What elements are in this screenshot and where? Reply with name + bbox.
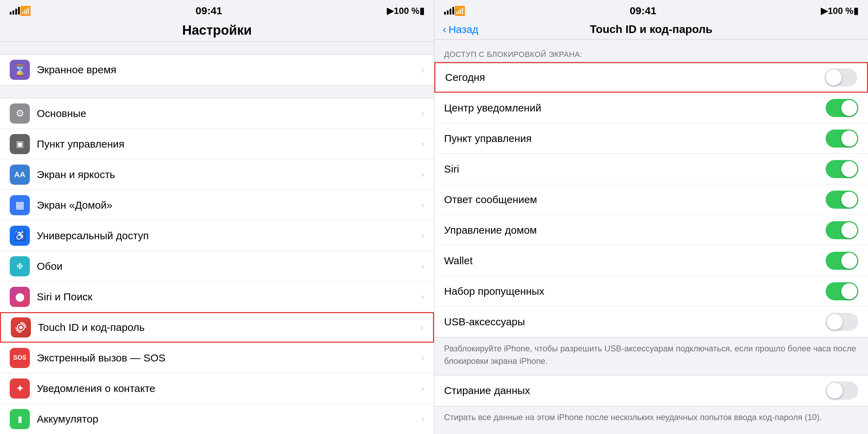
control-center-toggle-thumb	[841, 131, 857, 147]
control-center-label: Пункт управления	[37, 138, 414, 150]
screen-time-icon: ⌛	[10, 60, 30, 80]
erase-toggle[interactable]	[826, 382, 858, 400]
siri-icon: ⬤	[10, 287, 30, 307]
touchid-label: Touch ID и код-пароль	[38, 322, 413, 333]
erase-note: Стирать все данные на этом iPhone после …	[434, 406, 868, 428]
toggle-missed-calls[interactable]: Набор пропущенных	[434, 276, 868, 307]
row-siri[interactable]: ⬤ Siri и Поиск ›	[0, 282, 434, 312]
top-gap	[434, 40, 868, 45]
row-general[interactable]: ⚙ Основные ›	[0, 98, 434, 129]
reply-message-label: Ответ сообщением	[444, 194, 819, 206]
siri-chevron: ›	[421, 291, 424, 302]
row-home-screen[interactable]: ▦ Экран «Домой» ›	[0, 190, 434, 220]
toggle-reply-message[interactable]: Ответ сообщением	[434, 184, 868, 215]
general-icon: ⚙	[10, 103, 30, 124]
control-center-label-r: Пункт управления	[444, 133, 819, 144]
wallet-label: Wallet	[444, 255, 819, 267]
right-battery-icon: ▮	[853, 6, 858, 16]
row-screen-time[interactable]: ⌛ Экранное время ›	[0, 55, 434, 85]
sos-icon: SOS	[10, 348, 30, 368]
today-toggle-thumb	[826, 69, 842, 85]
missed-calls-toggle[interactable]	[826, 282, 858, 300]
contact-notify-icon: ✦	[10, 378, 30, 399]
left-panel: 📶 09:41 ▶ 100 % ▮ Настройки ⌛ Экранное в…	[0, 0, 434, 434]
sos-chevron: ›	[421, 352, 424, 363]
wallet-toggle-thumb	[841, 253, 857, 269]
wallpaper-chevron: ›	[421, 261, 424, 272]
wallet-toggle[interactable]	[826, 252, 858, 270]
display-chevron: ›	[421, 169, 424, 180]
siri-label: Siri и Поиск	[37, 291, 414, 303]
battery-label: Аккумулятор	[37, 413, 414, 425]
row-wallpaper[interactable]: ❉ Обои ›	[0, 251, 434, 282]
toggle-home-control[interactable]: Управление домом	[434, 215, 868, 245]
siri-toggle[interactable]	[826, 160, 858, 178]
right-status-bar: 📶 09:41 ▶ 100 % ▮	[434, 0, 868, 19]
toggle-erase[interactable]: Стирание данных	[434, 375, 868, 406]
toggle-siri[interactable]: Siri	[434, 154, 868, 184]
left-status-bar: 📶 09:41 ▶ 100 % ▮	[0, 0, 434, 19]
usb-label: USB-аксессуары	[444, 316, 819, 328]
touchid-chevron: ›	[420, 322, 423, 333]
right-wifi-icon: 📶	[454, 6, 465, 16]
battery-chevron: ›	[421, 414, 424, 424]
rbar2	[447, 10, 449, 15]
row-contact-notify[interactable]: ✦ Уведомления о контакте ›	[0, 373, 434, 404]
home-screen-label: Экран «Домой»	[37, 199, 414, 211]
gap-erase	[434, 372, 868, 375]
right-nav-title: Touch ID и код-пароль	[590, 23, 712, 36]
notification-center-toggle-thumb	[841, 100, 857, 116]
gap2	[0, 85, 434, 98]
notification-center-toggle[interactable]	[826, 99, 858, 117]
siri-toggle-thumb	[841, 161, 857, 177]
today-toggle[interactable]	[825, 68, 857, 86]
right-nav-bar: ‹ Назад Touch ID и код-пароль	[434, 19, 868, 40]
erase-toggle-thumb	[827, 383, 843, 399]
left-nav-bar: Настройки	[0, 19, 434, 42]
reply-message-toggle[interactable]	[826, 191, 858, 209]
row-display[interactable]: AA Экран и яркость ›	[0, 159, 434, 190]
left-battery-icon: ▮	[419, 6, 424, 16]
missed-calls-toggle-thumb	[841, 283, 857, 299]
left-settings-content: ⌛ Экранное время › ⚙ Основные › ▣ Пункт …	[0, 42, 434, 434]
home-control-toggle-thumb	[841, 222, 857, 238]
lock-screen-group: Сегодня Центр уведомлений Пункт управлен…	[434, 62, 868, 337]
left-signal	[10, 7, 20, 15]
row-control-center[interactable]: ▣ Пункт управления ›	[0, 129, 434, 159]
control-center-icon: ▣	[10, 134, 30, 154]
left-battery-pct: 100 %	[394, 6, 419, 16]
rbar3	[450, 9, 451, 15]
left-wifi-icon: 📶	[20, 6, 31, 16]
usb-toggle[interactable]	[826, 313, 858, 331]
erase-label: Стирание данных	[444, 385, 819, 397]
row-sos[interactable]: SOS Экстренный вызов — SOS ›	[0, 343, 434, 373]
today-label: Сегодня	[445, 72, 818, 83]
general-chevron: ›	[421, 108, 424, 119]
row-battery[interactable]: ▮ Аккумулятор ›	[0, 404, 434, 434]
home-screen-chevron: ›	[421, 200, 424, 210]
toggle-today[interactable]: Сегодня	[434, 62, 868, 93]
toggle-wallet[interactable]: Wallet	[434, 245, 868, 276]
general-label: Основные	[37, 108, 414, 119]
accessibility-chevron: ›	[421, 230, 424, 241]
toggle-usb[interactable]: USB-аксессуары	[434, 307, 868, 337]
touchid-icon	[11, 317, 31, 337]
right-time: 09:41	[465, 5, 821, 17]
toggle-notification-center[interactable]: Центр уведомлений	[434, 93, 868, 123]
bar2	[12, 10, 14, 15]
row-touchid[interactable]: Touch ID и код-пароль ›	[0, 312, 434, 343]
missed-calls-label: Набор пропущенных	[444, 285, 819, 297]
control-center-toggle[interactable]	[826, 130, 858, 148]
svg-point-1	[19, 326, 23, 329]
reply-message-toggle-thumb	[841, 192, 857, 208]
home-control-toggle[interactable]	[826, 221, 858, 239]
screen-time-label: Экранное время	[37, 64, 414, 76]
section-screentime: ⌛ Экранное время ›	[0, 54, 434, 85]
toggle-control-center[interactable]: Пункт управления	[434, 123, 868, 154]
back-button[interactable]: ‹ Назад	[443, 23, 478, 36]
contact-notify-chevron: ›	[421, 383, 424, 394]
siri-label-r: Siri	[444, 163, 819, 175]
home-control-label: Управление домом	[444, 224, 819, 236]
row-accessibility[interactable]: ♿ Универсальный доступ ›	[0, 220, 434, 251]
right-panel: 📶 09:41 ▶ 100 % ▮ ‹ Назад Touch ID и код…	[434, 0, 868, 434]
